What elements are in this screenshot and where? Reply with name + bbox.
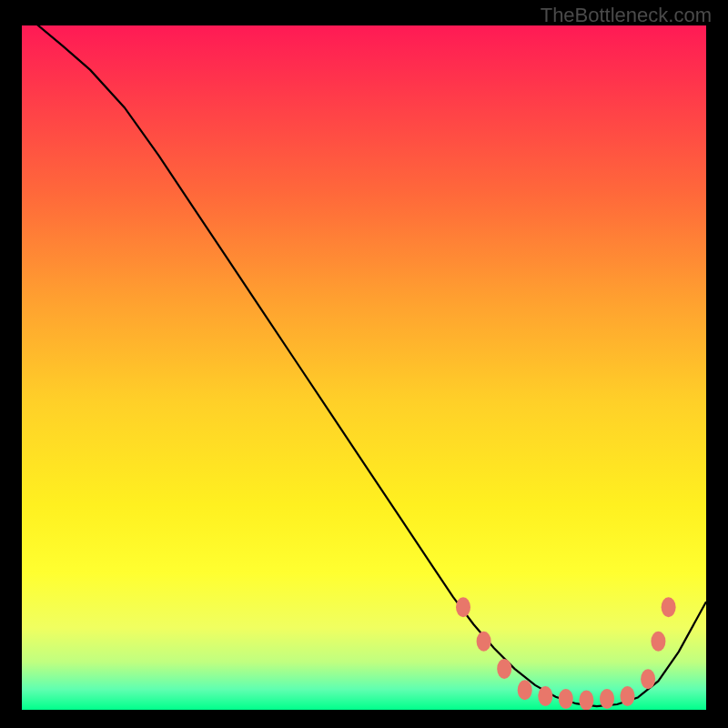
- data-marker: [456, 597, 470, 617]
- data-marker: [538, 686, 552, 706]
- data-marker: [621, 686, 635, 706]
- data-marker: [497, 659, 511, 679]
- data-marker: [579, 691, 593, 711]
- chart-svg: [22, 25, 706, 710]
- data-marker: [600, 689, 614, 709]
- data-marker: [651, 632, 665, 652]
- data-marker: [641, 669, 655, 689]
- data-marker: [518, 680, 532, 700]
- watermark-text: TheBottleneck.com: [541, 4, 712, 27]
- curve-line: [22, 25, 706, 706]
- data-marker: [662, 597, 676, 617]
- data-marker: [559, 689, 573, 709]
- plot-area: [22, 25, 706, 710]
- data-marker: [477, 632, 491, 652]
